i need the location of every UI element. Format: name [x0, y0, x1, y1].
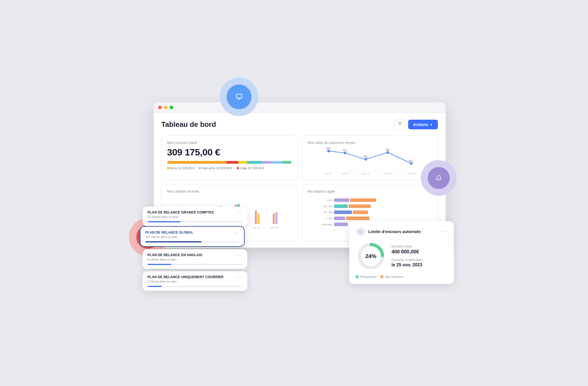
svg-rect-46: [334, 204, 348, 208]
legend-echu-label: Échu: [170, 166, 177, 170]
montant-label: Montant limite: [392, 245, 447, 248]
svg-point-7: [364, 158, 367, 161]
encours-legend: Échu 51 529,00 € Non-échu 41 529,00 € Li…: [167, 166, 292, 170]
plan-menu-anglais[interactable]: ···: [237, 253, 242, 258]
legend-non-encaisse: Non encaissé: [381, 275, 403, 278]
svg-text:oct. 23: oct. 23: [384, 173, 391, 174]
legend-previsionnel-label: Prévisionnel: [360, 275, 376, 278]
donut-container: 24%: [356, 241, 386, 271]
traffic-light-yellow[interactable]: [164, 106, 167, 109]
traffic-light-red[interactable]: [158, 106, 162, 109]
svg-text:30 - 60 j: 30 - 60 j: [324, 211, 333, 214]
actions-button[interactable]: Actions ▼: [408, 120, 438, 129]
svg-text:nov. 23: nov. 23: [270, 226, 278, 229]
plan-card-courrier-header: PLAN DE RELANCE UNIQUEMENT COURRIER 3 cl…: [148, 275, 242, 283]
legend-nonechu-value: 41 529,00 €: [216, 166, 232, 170]
browser-titlebar: [154, 102, 446, 113]
chevron-down-icon: ▼: [430, 123, 433, 126]
plan-progress-fill-anglais: [148, 264, 171, 265]
plan-card-grands-comptes-header: PLAN DE RELANCE GRANDS COMPTES 23 client…: [148, 210, 242, 218]
filter-button[interactable]: [394, 119, 405, 130]
legend-non-encaisse-label: Non encaissé: [385, 275, 403, 278]
plan-progress-grands-comptes: [148, 221, 242, 222]
modif-value: le 25 nov. 2023: [392, 262, 447, 267]
montant-value: 400 000,00€: [392, 249, 447, 255]
scene: Tableau de bord Actions ▼: [143, 86, 446, 300]
plan-progress-courrier: [148, 286, 242, 287]
encours-progress-bar: [167, 161, 292, 164]
pb-yellow: [238, 161, 247, 164]
traffic-light-green[interactable]: [170, 106, 173, 109]
plan-sub-anglais: 6 clients dans ce plan: [148, 258, 202, 261]
svg-rect-44: [350, 198, 376, 202]
svg-rect-47: [349, 204, 371, 208]
legend-litige-value: 61 529,00 €: [248, 166, 264, 170]
plan-card-courrier-info: PLAN DE RELANCE UNIQUEMENT COURRIER 3 cl…: [148, 275, 224, 283]
modif-label: Dernière modification: [392, 258, 447, 262]
limit-title: Limite d'encours autorisée: [368, 229, 439, 234]
pb-lightblue: [271, 161, 283, 164]
svg-rect-36: [255, 210, 257, 224]
plan-progress-global: [145, 241, 239, 242]
legend-litige: Litige 61 529,00 €: [237, 166, 264, 170]
limit-icon: [356, 227, 366, 237]
pb-teal: [247, 161, 262, 164]
page-title: Tableau de bord: [161, 120, 216, 129]
svg-text:102 j: 102 j: [326, 147, 331, 150]
plan-sub-courrier: 3 clients dans ce plan: [148, 280, 224, 283]
legend-echu: Échu 51 529,00 €: [167, 166, 194, 170]
encours-amount: 309 175,00 €: [167, 147, 292, 158]
svg-rect-52: [334, 217, 345, 220]
svg-text:août. 23: août. 23: [341, 173, 349, 174]
svg-point-6: [344, 152, 346, 154]
svg-point-5: [327, 150, 330, 152]
legend-sq-green: [356, 275, 359, 278]
actions-label: Actions: [413, 122, 428, 127]
plan-card-grands-comptes-info: PLAN DE RELANCE GRANDS COMPTES 23 client…: [148, 210, 214, 218]
plan-menu-courrier[interactable]: ···: [237, 275, 242, 280]
svg-rect-40: [275, 212, 277, 224]
limit-card: Limite d'encours autorisée ··· 24% Monta…: [349, 221, 454, 284]
svg-text:oct. 23: oct. 23: [253, 226, 260, 229]
svg-rect-53: [346, 217, 369, 220]
plan-card-anglais: PLAN DE RELANCE EN ANGLAIS 6 clients dan…: [143, 249, 247, 269]
plan-menu-global[interactable]: ···: [234, 231, 239, 236]
pb-purple: [262, 161, 271, 164]
plan-menu-grands-comptes[interactable]: ···: [237, 210, 242, 215]
plan-title-anglais: PLAN DE RELANCE EN ANGLAIS: [148, 253, 202, 257]
plan-progress-fill-grands-comptes: [148, 221, 181, 222]
plan-card-global-info: PLAN DE RELANCE GLOBAL 187 clients dans …: [145, 231, 194, 239]
limit-details: Montant limite 400 000,00€ Dernière modi…: [392, 245, 447, 267]
svg-text:Non-échu: Non-échu: [322, 223, 332, 226]
plan-card-global-header: PLAN DE RELANCE GLOBAL 187 clients dans …: [145, 231, 239, 239]
legend-nonechu: Non-échu 41 529,00 €: [199, 166, 232, 170]
pb-green: [283, 161, 291, 164]
svg-text:97 j: 97 j: [343, 149, 347, 152]
svg-rect-50: [353, 210, 368, 214]
limit-menu[interactable]: ···: [442, 229, 447, 234]
legend-dot-nonechu: [199, 167, 201, 169]
svg-point-9: [410, 162, 413, 165]
svg-text:nov. 23: nov. 23: [408, 173, 415, 174]
balance-title: Ma balance âgée: [308, 189, 432, 193]
svg-point-8: [386, 151, 389, 154]
limit-legend: Prévisionnel Non encaissé: [356, 275, 447, 278]
svg-text:> 90 j: > 90 j: [326, 199, 332, 202]
svg-text:85 j: 85 j: [364, 155, 368, 158]
plan-card-anglais-header: PLAN DE RELANCE EN ANGLAIS 6 clients dan…: [148, 253, 242, 261]
plan-sub-grands-comptes: 23 clients dans ce plan: [148, 215, 214, 218]
svg-text:60 - 90 j: 60 - 90 j: [324, 205, 333, 208]
plan-sub-global: 187 clients dans ce plan: [145, 235, 194, 239]
header-actions: Actions ▼: [394, 119, 438, 130]
pb-red: [226, 161, 238, 164]
legend-echu-value: 51 529,00 €: [178, 166, 194, 170]
svg-text:juil. 23: juil. 23: [325, 173, 332, 174]
plan-title-global: PLAN DE RELANCE GLOBAL: [145, 231, 194, 234]
svg-rect-55: [334, 223, 348, 226]
plan-card-anglais-info: PLAN DE RELANCE EN ANGLAIS 6 clients dan…: [148, 253, 202, 261]
delai-card: Mon délai de paiement moyen: [302, 135, 438, 180]
svg-rect-39: [273, 213, 275, 224]
legend-previsionnel: Prévisionnel: [356, 275, 376, 278]
svg-rect-37: [257, 213, 259, 224]
legend-nonechu-label: Non-échu: [202, 166, 215, 170]
